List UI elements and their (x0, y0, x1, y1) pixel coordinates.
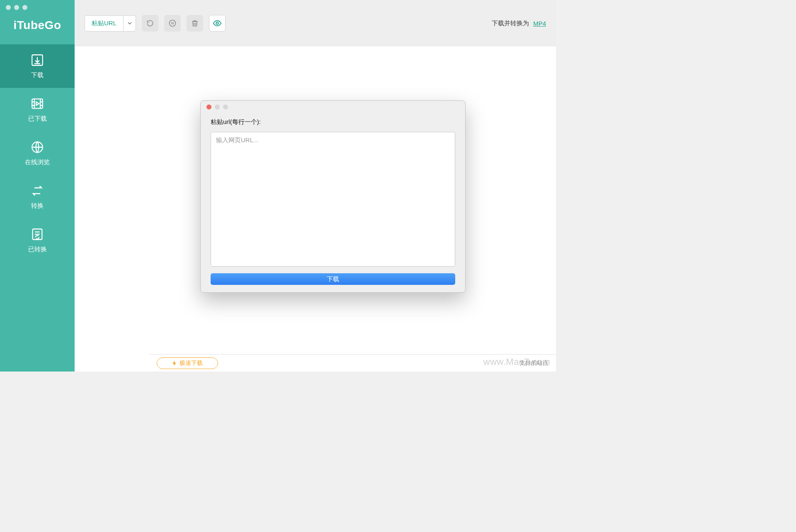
paste-url-dialog: 粘贴url(每行一个): 下载 (200, 100, 466, 293)
format-link[interactable]: MP4 (533, 20, 546, 27)
globe-icon (30, 140, 44, 154)
svg-point-4 (170, 20, 176, 27)
sidebar-item-label: 转换 (31, 202, 44, 210)
pause-button[interactable] (164, 15, 181, 32)
app-logo: iTubeGo (14, 19, 61, 32)
list-refresh-icon (30, 227, 44, 241)
sidebar-item-downloaded[interactable]: 已下载 (0, 88, 75, 131)
convert-label: 下载并转换为 (492, 19, 529, 27)
turbo-download-button[interactable]: 极速下载 (157, 357, 218, 369)
toolbar-right: 下载并转换为 MP4 (492, 19, 546, 27)
toolbar: 粘贴URL 下载并转换为 MP4 (75, 0, 556, 46)
dialog-close-icon[interactable] (206, 104, 211, 109)
turbo-label: 极速下载 (180, 360, 203, 367)
retry-button[interactable] (142, 15, 158, 32)
dialog-download-button[interactable]: 下载 (211, 273, 455, 285)
dialog-body: 粘贴url(每行一个): 下载 (201, 113, 465, 292)
delete-button[interactable] (187, 15, 203, 32)
bolt-icon (172, 360, 177, 366)
sidebar-item-converted[interactable]: 已转换 (0, 219, 75, 262)
trash-icon (191, 19, 199, 27)
dialog-minimize-icon (215, 104, 220, 109)
minimize-dot-icon[interactable] (14, 5, 19, 10)
undo-icon (146, 19, 154, 27)
main-area: 粘贴URL 下载并转换为 MP4 (75, 0, 556, 372)
caret-down-icon (128, 21, 132, 25)
dialog-label: 粘贴url(每行一个): (211, 118, 455, 126)
window-traffic-lights[interactable] (6, 5, 27, 10)
download-icon (30, 53, 44, 67)
eye-icon (213, 19, 222, 28)
supported-sites-link[interactable]: 支持的站点 (519, 360, 548, 367)
film-icon (30, 97, 44, 111)
sidebar-item-browse[interactable]: 在线浏览 (0, 131, 75, 175)
paste-url-dropdown[interactable] (124, 15, 136, 32)
sidebar-item-convert[interactable]: 转换 (0, 175, 75, 219)
url-textarea[interactable] (211, 132, 455, 267)
sidebar-item-label: 已转换 (28, 245, 47, 253)
svg-rect-1 (32, 99, 43, 109)
sidebar-item-download[interactable]: 下载 (0, 44, 75, 88)
sidebar-item-label: 在线浏览 (25, 158, 50, 166)
content-area: 粘贴url(每行一个): 下载 (75, 46, 556, 372)
dialog-titlebar (201, 101, 465, 113)
pause-circle-icon (168, 19, 177, 27)
paste-url-group: 粘贴URL (85, 15, 136, 32)
sidebar-nav: 下载 已下载 在线浏览 转换 (0, 44, 75, 262)
dialog-zoom-icon (223, 104, 228, 109)
footer: 极速下载 支持的站点 (149, 354, 556, 372)
svg-point-5 (216, 22, 218, 24)
convert-icon (30, 184, 44, 198)
paste-url-button[interactable]: 粘贴URL (85, 15, 124, 32)
sidebar: iTubeGo 下载 已下载 (0, 0, 75, 372)
sidebar-item-label: 已下载 (28, 115, 47, 123)
sidebar-item-label: 下载 (31, 71, 44, 79)
zoom-dot-icon[interactable] (22, 5, 27, 10)
preview-button[interactable] (209, 15, 226, 32)
app-window: iTubeGo 下载 已下载 (0, 0, 556, 372)
close-dot-icon[interactable] (6, 5, 11, 10)
